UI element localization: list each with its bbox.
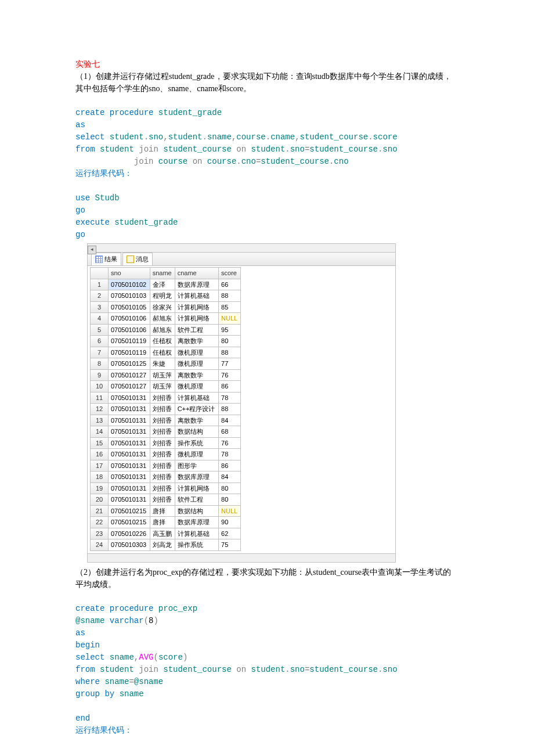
cell[interactable]: 0705010131 — [109, 392, 150, 404]
cell[interactable]: 操作系统 — [175, 437, 218, 449]
cell[interactable]: 操作系统 — [175, 539, 218, 551]
cell[interactable]: 数据库原理 — [175, 279, 218, 290]
cell[interactable]: 软件工程 — [175, 324, 218, 336]
col-score[interactable]: score — [219, 268, 241, 279]
cell[interactable]: 0705010215 — [109, 517, 150, 528]
cell[interactable]: 66 — [219, 279, 241, 290]
cell[interactable]: 离散数学 — [175, 336, 218, 347]
cell[interactable]: 68 — [219, 426, 241, 438]
cell[interactable]: 刘招香 — [150, 483, 175, 494]
cell[interactable]: 95 — [219, 324, 241, 336]
cell-rownum[interactable]: 24 — [91, 539, 109, 551]
tab-messages[interactable]: 消息 — [122, 253, 153, 265]
table-row[interactable]: 70705010119任植权微机原理88 — [91, 347, 241, 358]
cell[interactable]: 刘招香 — [150, 392, 175, 404]
cell[interactable]: NULL — [219, 313, 241, 325]
col-sname[interactable]: sname — [150, 268, 175, 279]
table-row[interactable]: 160705010131刘招香微机原理78 — [91, 449, 241, 460]
cell[interactable]: 离散数学 — [175, 415, 218, 426]
cell-rownum[interactable]: 20 — [91, 494, 109, 506]
cell[interactable]: C++程序设计 — [175, 404, 218, 415]
cell-rownum[interactable]: 13 — [91, 415, 109, 426]
cell-rownum[interactable]: 21 — [91, 505, 109, 517]
cell[interactable]: 0705010131 — [109, 460, 150, 471]
cell-rownum[interactable]: 18 — [91, 471, 109, 483]
cell[interactable]: 徐家兴 — [150, 301, 175, 313]
cell[interactable]: 胡玉萍 — [150, 381, 175, 393]
cell[interactable]: 0705010105 — [109, 301, 150, 313]
cell[interactable]: 84 — [219, 415, 241, 426]
cell[interactable]: 朱婕 — [150, 358, 175, 370]
cell-rownum[interactable]: 10 — [91, 381, 109, 393]
cell[interactable]: 微机原理 — [175, 358, 218, 370]
cell-rownum[interactable]: 1 — [91, 279, 109, 290]
cell-rownum[interactable]: 7 — [91, 347, 109, 358]
cell-rownum[interactable]: 15 — [91, 437, 109, 449]
cell-rownum[interactable]: 17 — [91, 460, 109, 471]
table-row[interactable]: 210705010215唐择数据结构NULL — [91, 505, 241, 517]
cell[interactable]: 0705010106 — [109, 313, 150, 325]
cell[interactable]: 88 — [219, 290, 241, 302]
scroll-left-icon[interactable]: ◂ — [88, 246, 96, 254]
table-row[interactable]: 10705010102金泽数据库原理66 — [91, 279, 241, 290]
col-sno[interactable]: sno — [109, 268, 150, 279]
cell-rownum[interactable]: 5 — [91, 324, 109, 336]
cell-rownum[interactable]: 9 — [91, 369, 109, 381]
table-row[interactable]: 80705010125朱婕微机原理77 — [91, 358, 241, 370]
cell[interactable]: 计算机基础 — [175, 392, 218, 404]
cell-rownum[interactable]: 19 — [91, 483, 109, 494]
cell[interactable]: 77 — [219, 358, 241, 370]
cell[interactable]: 金泽 — [150, 279, 175, 290]
cell[interactable]: 88 — [219, 347, 241, 358]
cell[interactable]: 刘招香 — [150, 471, 175, 483]
cell[interactable]: 0705010215 — [109, 505, 150, 517]
cell[interactable]: 0705010119 — [109, 336, 150, 347]
cell[interactable]: 78 — [219, 392, 241, 404]
cell[interactable]: 计算机网络 — [175, 313, 218, 325]
cell[interactable]: 62 — [219, 528, 241, 539]
cell[interactable]: 0705010102 — [109, 279, 150, 290]
cell[interactable]: 80 — [219, 336, 241, 347]
cell[interactable]: 0705010131 — [109, 426, 150, 438]
table-row[interactable]: 170705010131刘招香图形学86 — [91, 460, 241, 471]
col-cname[interactable]: cname — [175, 268, 218, 279]
cell[interactable]: 76 — [219, 437, 241, 449]
cell[interactable]: 0705010226 — [109, 528, 150, 539]
table-row[interactable]: 50705010106郝旭东软件工程95 — [91, 324, 241, 336]
cell[interactable]: 0705010119 — [109, 347, 150, 358]
cell[interactable]: 0705010127 — [109, 369, 150, 381]
cell-rownum[interactable]: 3 — [91, 301, 109, 313]
cell[interactable]: 80 — [219, 483, 241, 494]
table-row[interactable]: 60705010119任植权离散数学80 — [91, 336, 241, 347]
cell[interactable]: 刘招香 — [150, 404, 175, 415]
table-row[interactable]: 130705010131刘招香离散数学84 — [91, 415, 241, 426]
cell[interactable]: 0705010131 — [109, 404, 150, 415]
col-rownum[interactable] — [91, 268, 109, 279]
table-row[interactable]: 220705010215唐择数据库原理90 — [91, 517, 241, 528]
cell[interactable]: 刘招香 — [150, 415, 175, 426]
cell[interactable]: 任植权 — [150, 347, 175, 358]
scrollbar-top[interactable]: ◂ — [88, 244, 395, 253]
table-row[interactable]: 90705010127胡玉萍离散数学76 — [91, 369, 241, 381]
cell[interactable]: 刘高龙 — [150, 539, 175, 551]
cell[interactable]: 图形学 — [175, 460, 218, 471]
table-row[interactable]: 30705010105徐家兴计算机网络85 — [91, 301, 241, 313]
cell[interactable]: 0705010106 — [109, 324, 150, 336]
cell[interactable]: 90 — [219, 517, 241, 528]
cell[interactable]: 86 — [219, 460, 241, 471]
cell-rownum[interactable]: 8 — [91, 358, 109, 370]
cell[interactable]: 84 — [219, 471, 241, 483]
cell[interactable]: 0705010131 — [109, 437, 150, 449]
cell[interactable]: 唐择 — [150, 517, 175, 528]
cell[interactable]: 0705010131 — [109, 415, 150, 426]
table-row[interactable]: 140705010131刘招香数据结构68 — [91, 426, 241, 438]
cell[interactable]: 数据结构 — [175, 505, 218, 517]
cell-rownum[interactable]: 6 — [91, 336, 109, 347]
table-row[interactable]: 40705010106郝旭东计算机网络NULL — [91, 313, 241, 325]
cell[interactable]: 郝旭东 — [150, 313, 175, 325]
cell[interactable]: 计算机基础 — [175, 528, 218, 539]
cell[interactable]: 任植权 — [150, 336, 175, 347]
cell[interactable]: 0705010125 — [109, 358, 150, 370]
table-row[interactable]: 230705010226高玉鹏计算机基础62 — [91, 528, 241, 539]
table-row[interactable]: 190705010131刘招香计算机网络80 — [91, 483, 241, 494]
